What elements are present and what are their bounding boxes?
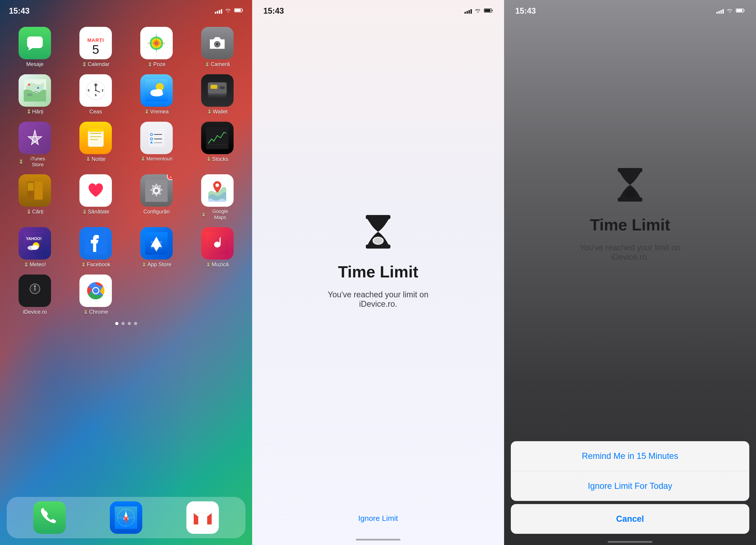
app-icon-notite[interactable] <box>79 122 112 154</box>
restrict-icon-calendar: ⏳ <box>82 62 87 67</box>
app-item-chrome[interactable]: ⏳Chrome <box>68 275 124 315</box>
app-item-gmaps[interactable]: ⏳Google Maps <box>189 174 245 220</box>
timelimit-title-light: Time Limit <box>338 263 418 281</box>
dock-item-safari[interactable] <box>110 501 142 534</box>
app-icon-vremea[interactable] <box>140 74 173 107</box>
svg-rect-1 <box>235 9 241 12</box>
app-label-gmaps: ⏳Google Maps <box>201 209 234 220</box>
app-icon-sanatate[interactable] <box>79 174 112 207</box>
svg-point-103 <box>624 190 636 198</box>
svg-point-26 <box>95 90 96 91</box>
app-label-sanatate: ⏳Sănătate <box>82 209 109 215</box>
app-icon-poze[interactable] <box>140 27 173 59</box>
app-icon-gmaps[interactable] <box>201 174 234 207</box>
dock <box>7 497 245 538</box>
svg-rect-102 <box>618 198 642 202</box>
wifi-icon-3 <box>726 8 733 14</box>
app-item-calendar[interactable]: marți 5 ⏳Calendar <box>68 27 124 68</box>
app-item-poze[interactable]: ⏳Poze <box>128 27 185 68</box>
app-label-stocks: ⏳Stocks <box>206 156 228 162</box>
app-icon-ceas[interactable]: 12 6 9 3 <box>79 74 112 107</box>
app-label-chrome: ⏳Chrome <box>83 309 108 315</box>
status-icons-3 <box>716 8 745 14</box>
cancel-button[interactable]: Cancel <box>511 504 749 534</box>
app-icon-facebook[interactable] <box>79 227 112 260</box>
app-icon-chrome[interactable] <box>79 275 112 307</box>
hourglass-icon-dark <box>614 167 646 207</box>
svg-rect-93 <box>492 10 493 11</box>
app-item-ceas[interactable]: 12 6 9 3 Ceas <box>68 74 124 115</box>
app-item-wallet[interactable]: ⏳Wallet <box>189 74 245 115</box>
svg-marker-4 <box>28 48 33 51</box>
svg-rect-43 <box>88 128 104 132</box>
app-icon-mementouri[interactable] <box>140 122 173 154</box>
app-icon-configurari[interactable]: 1 <box>140 174 173 207</box>
dock-icon-safari[interactable] <box>110 501 142 534</box>
dock-item-gmail[interactable] <box>186 501 219 534</box>
svg-rect-37 <box>219 86 225 89</box>
page-dot-4[interactable] <box>134 322 137 325</box>
svg-rect-2 <box>242 10 243 11</box>
home-indicator-light <box>356 539 400 541</box>
app-icon-itunes[interactable] <box>19 122 51 154</box>
ignore-limit-today-button[interactable]: Ignore Limit For Today <box>511 471 749 501</box>
app-label-calendar: ⏳Calendar <box>82 61 109 68</box>
wifi-icon <box>225 8 232 14</box>
app-item-appstore[interactable]: ⏳App Store <box>128 227 185 268</box>
app-icon-wallet[interactable] <box>201 74 234 107</box>
dock-icon-phone[interactable] <box>33 501 66 534</box>
app-icon-meteo[interactable]: YAHOO! <box>19 227 51 260</box>
app-icon-mesaje[interactable] <box>19 27 51 59</box>
svg-rect-36 <box>211 85 217 89</box>
wifi-icon-2 <box>475 8 481 14</box>
svg-rect-95 <box>366 245 390 249</box>
svg-point-78 <box>34 285 36 287</box>
app-item-configurari[interactable]: 1 Configurări <box>128 174 185 220</box>
dock-icon-gmail[interactable] <box>186 501 219 534</box>
app-icon-idevice[interactable]: i <box>19 275 51 307</box>
app-item-stocks[interactable]: ⏳Stocks <box>189 122 245 168</box>
app-item-mementouri[interactable]: ⏳Mementouri <box>128 122 185 168</box>
app-item-itunes[interactable]: ⏳iTunes Store <box>7 122 63 168</box>
app-label-mementouri: ⏳Mementouri <box>141 156 172 162</box>
svg-rect-99 <box>737 9 742 12</box>
svg-text:YAHOO!: YAHOO! <box>26 236 42 241</box>
page-dot-3[interactable] <box>128 322 131 325</box>
svg-text:6: 6 <box>95 93 97 97</box>
app-label-itunes: ⏳iTunes Store <box>19 156 51 168</box>
app-item-muzica[interactable]: ⏳Muzică <box>189 227 245 268</box>
status-bar-dark: 15:43 <box>504 0 756 18</box>
app-item-idevice[interactable]: i iDevice.ro <box>7 275 63 315</box>
page-dot-2[interactable] <box>121 322 125 325</box>
svg-rect-51 <box>206 127 228 149</box>
app-label-carti: ⏳Cărți <box>26 209 44 215</box>
svg-marker-38 <box>28 130 42 145</box>
app-icon-stocks[interactable] <box>201 122 234 154</box>
app-icon-harti[interactable]: 280 <box>19 74 51 107</box>
ignore-limit-button[interactable]: Ignore Limit <box>358 514 398 523</box>
battery-icon <box>234 8 243 14</box>
app-icon-camera[interactable] <box>201 27 234 59</box>
page-dot-1[interactable] <box>115 322 118 325</box>
svg-point-97 <box>374 238 383 244</box>
app-item-camera[interactable]: ⏳Cameră <box>189 27 245 68</box>
app-item-sanatate[interactable]: ⏳Sănătate <box>68 174 124 220</box>
app-item-notite[interactable]: ⏳Notițe <box>68 122 124 168</box>
svg-rect-15 <box>28 84 30 85</box>
timelimit-title-dark: Time Limit <box>590 216 670 234</box>
home-screen: 15:43 <box>0 0 252 545</box>
app-item-carti[interactable]: ⏳Cărți <box>7 174 63 220</box>
app-label-facebook: ⏳Facebook <box>81 261 110 268</box>
remind-button[interactable]: Remind Me in 15 Minutes <box>511 441 749 471</box>
app-item-vremea[interactable]: ⏳Vremea <box>128 74 185 115</box>
app-item-mesaje[interactable]: Mesaje <box>7 27 63 68</box>
hourglass-icon-light <box>362 214 394 254</box>
app-icon-muzica[interactable] <box>201 227 234 260</box>
app-item-facebook[interactable]: ⏳Facebook <box>68 227 124 268</box>
app-icon-calendar[interactable]: marți 5 <box>79 27 112 59</box>
app-icon-carti[interactable] <box>19 174 51 207</box>
app-item-harti[interactable]: 280 ⏳Hărți <box>7 74 63 115</box>
app-item-meteo[interactable]: YAHOO! ⏳Meteo! <box>7 227 63 268</box>
app-icon-appstore[interactable] <box>140 227 173 260</box>
dock-item-phone[interactable] <box>33 501 66 534</box>
